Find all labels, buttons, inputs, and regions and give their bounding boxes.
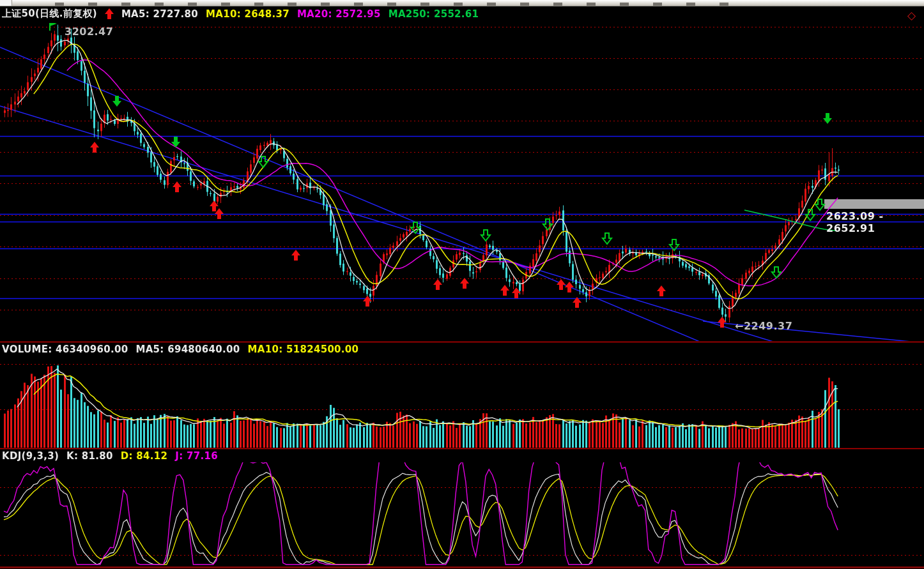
kdj-name: KDJ(9,3,3)	[2, 450, 59, 462]
main-chart-header: 上证50(日线.前复权) MA5: 2727.80 MA10: 2648.37 …	[2, 8, 479, 20]
price-range-label: 2623.09 - 2652.91	[826, 210, 924, 234]
ma20-value: MA20: 2572.95	[297, 8, 381, 20]
trading-app-window: 上证50(日线.前复权) MA5: 2727.80 MA10: 2648.37 …	[0, 0, 924, 569]
up-arrow-icon	[105, 8, 114, 19]
volume-ma10-value: MA10: 51824500.00	[248, 344, 359, 355]
ma250-value: MA250: 2552.61	[389, 8, 479, 20]
low-price-label: ←2249.37	[735, 320, 792, 332]
symbol-title: 上证50(日线.前复权)	[2, 8, 97, 20]
menu-bar-clipped[interactable]	[0, 0, 924, 6]
volume-value: VOLUME: 46340960.00	[2, 344, 128, 355]
app-logo	[0, 0, 12, 6]
kdj-d-value: D: 84.12	[121, 450, 168, 462]
ma10-value: MA10: 2648.37	[206, 8, 289, 20]
kdj-k-value: K: 81.80	[66, 450, 113, 462]
volume-ma5-value: MA5: 69480640.00	[135, 344, 240, 355]
peak-price-label: 3202.47	[65, 26, 113, 38]
diamond-icon[interactable]: ◇	[907, 9, 916, 22]
ma5-value: MA5: 2727.80	[121, 8, 198, 20]
menu-items-clipped	[55, 3, 745, 6]
volume-panel-header: VOLUME: 46340960.00 MA5: 69480640.00 MA1…	[2, 344, 358, 355]
chart-canvas[interactable]	[0, 0, 924, 569]
kdj-j-value: J: 77.16	[175, 450, 218, 462]
kdj-panel-header: KDJ(9,3,3) K: 81.80 D: 84.12 J: 77.16	[2, 450, 218, 462]
